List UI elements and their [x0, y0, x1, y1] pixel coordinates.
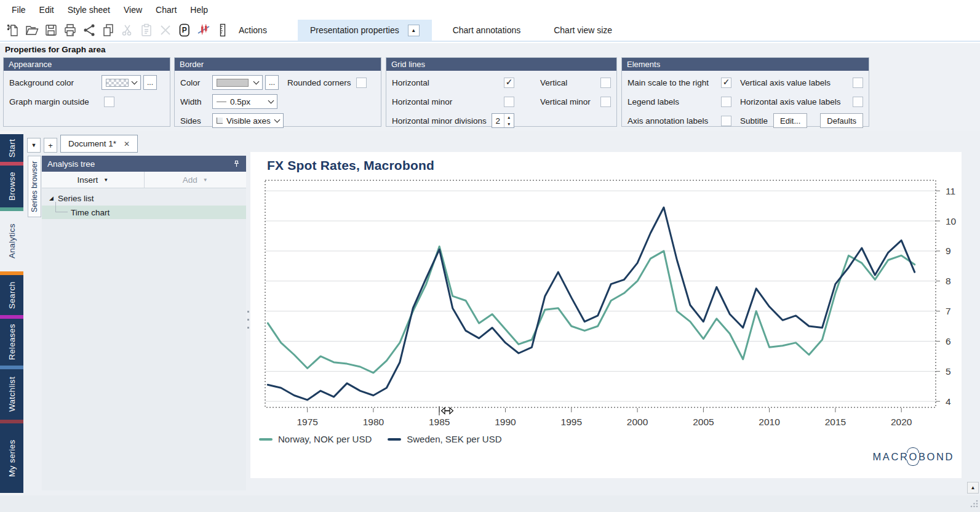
menu-edit[interactable]: Edit [33, 5, 61, 15]
chevron-down-icon [132, 79, 138, 85]
macrobond-logo: MACROBOND [873, 451, 955, 463]
legend-swatch [388, 438, 401, 441]
properties-title: Properties for Graph area [5, 45, 106, 54]
legend-labels-label: Legend labels [627, 97, 721, 106]
vertical-minor-checkbox[interactable] [600, 97, 611, 107]
sidebar-tab-watchlist[interactable]: Watchlist [0, 369, 23, 420]
actions-button[interactable]: Actions [239, 25, 267, 35]
horizontal-grid-checkbox[interactable] [504, 78, 514, 88]
horizontal-axis-value-labels-label: Horizontal axis value labels [740, 97, 853, 106]
svg-text:2015: 2015 [825, 417, 846, 427]
svg-text:1990: 1990 [495, 417, 516, 427]
document-tab-label: Document 1* [68, 139, 116, 148]
svg-text:6: 6 [946, 336, 951, 346]
svg-text:11: 11 [946, 186, 955, 196]
graph-margin-outside-checkbox[interactable] [104, 97, 114, 107]
toolbar: P Actions Presentation properties▲Chart … [0, 20, 980, 42]
analysis-tree-panel: Analysis tree Insert ▼ Add ▼ ◢ Series li… [42, 156, 246, 490]
spinner-up-icon[interactable]: ▲ [504, 114, 514, 121]
svg-text:2005: 2005 [693, 417, 714, 427]
time-chart[interactable]: 4567891011197519801985199019952000200520… [250, 152, 962, 436]
insert-button[interactable]: Insert ▼ [42, 172, 145, 188]
chart-annotations-label: Chart annotations [453, 25, 521, 35]
sidebar-tab-browse[interactable]: Browse [0, 166, 23, 207]
panel-splitter-handle[interactable] [247, 311, 250, 333]
series-chart-icon[interactable] [194, 22, 212, 39]
save-icon[interactable] [42, 22, 60, 39]
horizontal-minor-checkbox[interactable] [504, 97, 514, 107]
analysis-tree-title: Analysis tree [47, 159, 95, 169]
defaults-button[interactable]: Defaults [820, 113, 863, 128]
border-sides-dropdown[interactable]: Visible axes [212, 113, 284, 128]
border-color-label: Color [180, 78, 212, 87]
horizontal-axis-value-labels-checkbox[interactable] [853, 97, 863, 107]
elements-panel: Elements Main scale to the right Vertica… [621, 57, 869, 127]
close-tab-icon[interactable]: ✕ [124, 140, 130, 148]
document-list-dropdown-button[interactable]: ▼ [27, 138, 41, 153]
horizontal-minor-label: Horizontal minor [392, 97, 504, 106]
sidebar-tab-search[interactable]: Search [0, 275, 23, 315]
svg-text:1995: 1995 [561, 417, 582, 427]
chart-view-size-label: Chart view size [554, 25, 612, 35]
sidebar-tab-my-series[interactable]: My series [0, 423, 23, 493]
menu-help[interactable]: Help [183, 5, 215, 15]
rounded-corners-checkbox[interactable] [356, 78, 367, 88]
series-browser-tab[interactable]: Series browser [28, 156, 41, 217]
axis-annotation-labels-checkbox[interactable] [721, 116, 731, 126]
tree-node-time-chart[interactable]: Time chart [42, 206, 246, 219]
menu-style-sheet[interactable]: Style sheet [61, 5, 117, 15]
svg-text:10: 10 [946, 216, 957, 226]
tree-node-series-list[interactable]: ◢ Series list [42, 191, 246, 205]
svg-text:2020: 2020 [891, 417, 912, 427]
print-icon[interactable] [61, 22, 79, 39]
vertical-minor-label: Vertical minor [540, 97, 600, 106]
vertical-axis-value-labels-checkbox[interactable] [853, 78, 863, 88]
legend-item-norway: Norway, NOK per USD [259, 434, 372, 444]
collapse-properties-button[interactable]: ▲ [408, 25, 420, 36]
presentation-mode-icon[interactable]: P [175, 22, 193, 39]
vertical-grid-checkbox[interactable] [600, 78, 611, 88]
open-icon[interactable] [23, 22, 41, 39]
subtitle-edit-button[interactable]: Edit... [773, 113, 807, 128]
sidebar-tab-releases[interactable]: Releases [0, 319, 23, 366]
background-color-more-button[interactable]: ... [143, 75, 157, 90]
legend-label: Sweden, SEK per USD [407, 434, 501, 444]
chevron-down-icon [274, 117, 281, 123]
macrobond-application-window: FileEditStyle sheetViewChartHelp P Actio… [0, 0, 980, 512]
copy-icon[interactable] [99, 22, 117, 39]
grid-lines-panel-header: Grid lines [386, 58, 616, 71]
resize-grip-icon[interactable] [970, 499, 979, 511]
chart-annotations-button[interactable]: Chart annotations [440, 20, 533, 41]
border-color-dropdown[interactable] [212, 75, 263, 90]
main-scale-right-checkbox[interactable] [721, 78, 731, 88]
svg-text:2010: 2010 [759, 417, 780, 427]
new-document-icon[interactable] [4, 22, 22, 39]
sidebar-tab-start[interactable]: Start [0, 134, 23, 162]
ruler-icon[interactable] [213, 22, 231, 39]
menu-chart[interactable]: Chart [149, 5, 183, 15]
spinner-down-icon[interactable]: ▼ [504, 121, 514, 127]
legend-labels-checkbox[interactable] [721, 97, 731, 107]
menu-file[interactable]: File [5, 5, 33, 15]
tree-expander-icon[interactable]: ◢ [49, 195, 54, 201]
grid-lines-panel: Grid lines Horizontal Vertical Horizonta… [386, 57, 617, 127]
sidebar-tab-analytics[interactable]: Analytics [0, 211, 23, 271]
document-tab[interactable]: Document 1* ✕ [60, 135, 138, 153]
new-document-tab-button[interactable]: + [44, 138, 57, 153]
scroll-up-button[interactable]: ▲ [967, 482, 979, 494]
main-scale-right-label: Main scale to the right [627, 78, 721, 87]
share-icon[interactable] [80, 22, 98, 39]
presentation-properties-button[interactable]: Presentation properties▲ [298, 20, 432, 41]
chevron-down-icon [268, 98, 274, 104]
pin-icon[interactable] [233, 160, 241, 168]
border-width-label: Width [180, 97, 212, 106]
border-color-more-button[interactable]: ... [265, 75, 279, 90]
chart-view-size-button[interactable]: Chart view size [541, 20, 624, 41]
border-panel: Border Color ... Rounded corners Width 0… [174, 57, 381, 127]
rounded-corners-label: Rounded corners [287, 78, 351, 87]
appearance-panel-header: Appearance [4, 58, 170, 71]
menu-view[interactable]: View [117, 5, 149, 15]
background-color-dropdown[interactable] [102, 75, 141, 90]
minor-divisions-spinner[interactable]: 2 ▲▼ [492, 113, 514, 128]
border-width-dropdown[interactable]: 0.5px [212, 94, 277, 109]
